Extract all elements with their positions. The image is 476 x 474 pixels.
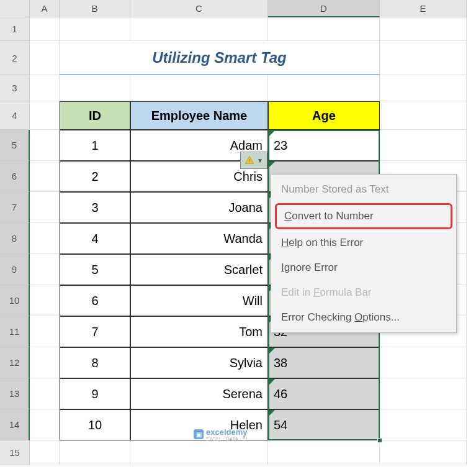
cell[interactable] xyxy=(60,75,130,101)
cell[interactable] xyxy=(130,17,268,41)
cell[interactable] xyxy=(380,440,467,465)
col-header-c[interactable]: C xyxy=(130,0,268,17)
cell[interactable] xyxy=(380,409,467,440)
error-indicator-icon xyxy=(269,348,275,354)
row-header-7[interactable]: 7 xyxy=(0,192,30,223)
cell[interactable] xyxy=(30,75,60,101)
menu-label: gnore Error xyxy=(284,262,338,273)
col-header-e[interactable]: E xyxy=(380,0,467,17)
cell[interactable] xyxy=(268,17,380,41)
error-indicator-icon xyxy=(269,162,275,168)
col-header-b[interactable]: B xyxy=(60,0,130,17)
table-row[interactable]: 5 xyxy=(60,254,130,285)
cell[interactable] xyxy=(268,440,380,465)
table-row[interactable]: 38 xyxy=(268,347,380,378)
row-header-2[interactable]: 2 xyxy=(0,41,30,75)
cell[interactable] xyxy=(130,440,268,465)
watermark: ▣ exceldemy EXCEL · DATA · BI xyxy=(194,427,248,441)
cell[interactable] xyxy=(30,254,60,285)
table-row[interactable]: Joana xyxy=(130,192,268,223)
row-header-9[interactable]: 9 xyxy=(0,254,30,285)
col-header-d[interactable]: D xyxy=(268,0,380,17)
cell[interactable] xyxy=(30,316,60,347)
row-header-10[interactable]: 10 xyxy=(0,285,30,316)
table-row[interactable]: 1 xyxy=(60,130,130,161)
menu-help-on-error[interactable]: Help on this Error xyxy=(271,230,456,255)
smart-tag-menu: Number Stored as Text Convert to Number … xyxy=(271,174,457,333)
page-title: Utilizing Smart Tag xyxy=(60,41,380,75)
cell[interactable] xyxy=(30,17,60,41)
table-row[interactable]: 9 xyxy=(60,378,130,409)
error-indicator-icon xyxy=(269,130,275,137)
row-header-3[interactable]: 3 xyxy=(0,75,30,101)
table-row[interactable]: 3 xyxy=(60,192,130,223)
cell[interactable] xyxy=(380,75,467,101)
table-row[interactable]: 10 xyxy=(60,409,130,440)
cell-value: 38 xyxy=(274,356,287,370)
menu-header: Number Stored as Text xyxy=(271,177,456,202)
col-header-a[interactable]: A xyxy=(30,0,60,17)
row-header-11[interactable]: 11 xyxy=(0,316,30,347)
cell[interactable] xyxy=(30,285,60,316)
menu-error-checking-options[interactable]: Error Checking Options... xyxy=(271,305,456,330)
cell[interactable] xyxy=(30,161,60,192)
select-all-corner[interactable] xyxy=(0,0,30,17)
row-header-14[interactable]: 14 xyxy=(0,409,30,440)
row-header-15[interactable]: 15 xyxy=(0,440,30,465)
cell[interactable] xyxy=(30,347,60,378)
table-row[interactable]: 6 xyxy=(60,285,130,316)
row-header-5[interactable]: 5 xyxy=(0,130,30,161)
cell[interactable] xyxy=(380,130,467,161)
table-row[interactable]: 4 xyxy=(60,223,130,254)
row-header-1[interactable]: 1 xyxy=(0,17,30,41)
menu-ignore-error[interactable]: Ignore Error xyxy=(271,255,456,280)
table-row[interactable]: 46 xyxy=(268,378,380,409)
row-header-8[interactable]: 8 xyxy=(0,223,30,254)
cell[interactable] xyxy=(380,378,467,409)
cell-value: 46 xyxy=(274,387,287,401)
table-row[interactable]: 54 xyxy=(268,409,380,440)
row-header-13[interactable]: 13 xyxy=(0,378,30,409)
table-row[interactable]: 23 xyxy=(268,130,380,161)
cell[interactable] xyxy=(30,409,60,440)
table-row[interactable]: Serena xyxy=(130,378,268,409)
cell[interactable] xyxy=(380,41,467,75)
row-header-12[interactable]: 12 xyxy=(0,347,30,378)
error-indicator-icon xyxy=(269,379,275,385)
smart-tag-button[interactable]: ! ▼ xyxy=(240,152,267,169)
menu-convert-to-number[interactable]: Convert to Number xyxy=(275,203,452,229)
cell[interactable] xyxy=(60,17,130,41)
cell[interactable] xyxy=(30,192,60,223)
cell[interactable] xyxy=(130,75,268,101)
cell[interactable] xyxy=(268,75,380,101)
cell-value: 54 xyxy=(274,418,287,432)
cell[interactable] xyxy=(30,130,60,161)
cell[interactable] xyxy=(30,223,60,254)
cell[interactable] xyxy=(380,347,467,378)
cell[interactable] xyxy=(30,101,60,130)
watermark-name: exceldemy xyxy=(206,427,248,437)
cell[interactable] xyxy=(60,440,130,465)
fill-handle[interactable] xyxy=(377,438,382,443)
table-row[interactable]: Will xyxy=(130,285,268,316)
table-row[interactable]: Tom xyxy=(130,316,268,347)
row-header-4[interactable]: 4 xyxy=(0,101,30,130)
row-header-6[interactable]: 6 xyxy=(0,161,30,192)
menu-edit-formula-bar: Edit in Formula Bar xyxy=(271,280,456,305)
table-row[interactable]: 7 xyxy=(60,316,130,347)
cell[interactable] xyxy=(30,378,60,409)
table-row[interactable]: 2 xyxy=(60,161,130,192)
table-row[interactable]: Wanda xyxy=(130,223,268,254)
table-row[interactable]: Scarlet xyxy=(130,254,268,285)
table-header-id[interactable]: ID xyxy=(60,101,130,130)
svg-text:!: ! xyxy=(249,158,250,163)
cell[interactable] xyxy=(380,101,467,130)
table-header-age[interactable]: Age xyxy=(268,101,380,130)
cell[interactable] xyxy=(30,440,60,465)
cell[interactable] xyxy=(30,41,60,75)
cell[interactable] xyxy=(380,17,467,41)
table-row[interactable]: Sylvia xyxy=(130,347,268,378)
table-header-name[interactable]: Employee Name xyxy=(130,101,268,130)
table-row[interactable]: 8 xyxy=(60,347,130,378)
watermark-sub: EXCEL · DATA · BI xyxy=(206,437,248,441)
